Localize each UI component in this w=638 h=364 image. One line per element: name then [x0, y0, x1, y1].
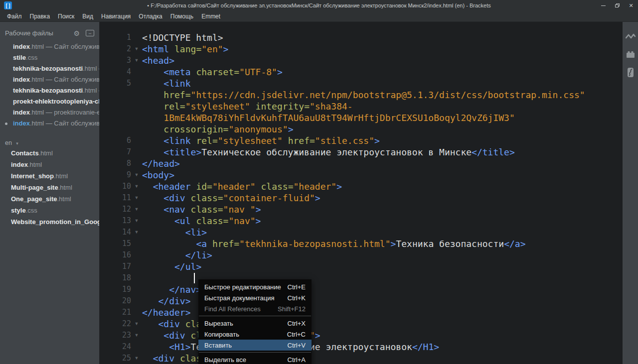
code-line[interactable]: <meta charset="UTF-8">	[142, 66, 623, 78]
split-view-icon[interactable]: ↔	[86, 30, 94, 36]
fold-arrow-icon[interactable]: ▼	[131, 204, 142, 215]
fold-arrow-icon[interactable]: ▼	[131, 215, 142, 227]
code-line[interactable]: <link	[142, 78, 623, 89]
code-line[interactable]: <!DOCTYPE html>	[142, 32, 623, 43]
context-menu-item[interactable]: ВставитьCtrl+V	[198, 340, 312, 351]
line-number: 12	[100, 204, 131, 215]
working-file-item[interactable]: stile.css	[0, 52, 99, 63]
menu-item[interactable]: Навигация	[97, 11, 135, 22]
menu-item[interactable]: Emmet	[197, 11, 224, 22]
project-file-item[interactable]: Website_promotion_in_Google.html	[0, 216, 99, 228]
fold-arrow-icon[interactable]: ▼	[131, 353, 142, 364]
file-extension: .html	[30, 109, 44, 116]
chevron-down-icon: ▾	[16, 141, 18, 146]
code-line[interactable]: <a href="tekhnika-bezopasnosti.html">Тех…	[142, 238, 623, 249]
line-number	[100, 112, 131, 123]
code-editor[interactable]: 1<!DOCTYPE html>2▼<html lang="en">3▼<hea…	[100, 22, 623, 364]
menu-item[interactable]: Помощь	[166, 11, 197, 22]
context-menu-item[interactable]: ВырезатьCtrl+X	[198, 318, 312, 329]
code-row: 1<!DOCTYPE html>	[100, 32, 623, 43]
file-name: tekhnika-bezopasnosti	[13, 87, 83, 94]
live-preview-icon[interactable]	[625, 31, 636, 42]
extension-manager-icon[interactable]	[625, 49, 636, 60]
project-file-item[interactable]: Multi-page_site.html	[0, 182, 99, 193]
code-token: Техника безопасности	[396, 239, 504, 249]
code-line[interactable]: rel="stylesheet" integrity="sha384-	[142, 101, 623, 112]
project-file-item[interactable]: Internet_shop.html	[0, 170, 99, 182]
fold-arrow-icon[interactable]: ▼	[131, 227, 142, 238]
fold-arrow-icon[interactable]: ▼	[131, 43, 142, 55]
context-menu-item[interactable]: КопироватьCtrl+C	[198, 329, 312, 340]
code-line[interactable]: <body>	[142, 169, 623, 181]
fold-arrow-icon[interactable]: ▼	[131, 330, 142, 341]
code-line[interactable]: <nav class="nav ">	[142, 204, 623, 215]
working-file-item[interactable]: tekhnika-bezopasnosti.html — Сайт	[0, 85, 99, 96]
menu-item[interactable]: Поиск	[54, 11, 78, 22]
working-files-header: Рабочие файлы ⚙ ↔	[0, 22, 99, 41]
context-menu-item[interactable]: Быстрая документацияCtrl+K	[198, 292, 312, 303]
code-line[interactable]: <div class="container-fluid">	[142, 192, 623, 204]
code-line[interactable]: </head>	[142, 158, 623, 169]
code-token: lang=	[174, 44, 201, 54]
fold-arrow-icon[interactable]: ▼	[131, 169, 142, 181]
code-token: >	[277, 67, 283, 77]
working-file-item[interactable]: proekt-ehlektrootopleniya-chastnogo-doma…	[0, 96, 99, 107]
code-line[interactable]: <title>Техническое обслуживание электроу…	[142, 146, 623, 158]
code-line[interactable]: crossorigin="anonymous">	[142, 123, 623, 135]
context-menu-item[interactable]: Быстрое редактированиеCtrl+E	[198, 281, 312, 292]
restore-button[interactable]	[610, 0, 624, 11]
fold-arrow-icon[interactable]: ▼	[131, 192, 142, 204]
fold-arrow-icon[interactable]: ▼	[131, 55, 142, 66]
extension-plugin-icon[interactable]	[625, 67, 636, 78]
code-token: <title>	[163, 147, 201, 157]
fold-arrow-icon[interactable]: ▼	[131, 181, 142, 192]
code-line[interactable]: <li>	[142, 227, 623, 238]
close-button[interactable]: ✕	[624, 0, 638, 11]
menu-item[interactable]: Правка	[26, 11, 54, 22]
code-token: <header	[153, 181, 191, 192]
minimize-button[interactable]	[596, 0, 610, 11]
minimize-icon	[601, 5, 606, 6]
fold-arrow-icon	[131, 158, 142, 169]
code-token	[174, 353, 180, 364]
context-menu-item[interactable]: Выделить всеCtrl+A	[198, 354, 312, 364]
code-line[interactable]: <head>	[142, 55, 623, 66]
working-file-item[interactable]: tekhnika-bezopasnosti.html — Сайт	[0, 63, 99, 74]
project-file-item[interactable]: One_page_site.html	[0, 193, 99, 205]
line-number: 11	[100, 192, 131, 204]
line-number: 23	[100, 330, 131, 341]
project-file-item[interactable]: index.html	[0, 159, 99, 170]
code-line[interactable]: </ul>	[142, 261, 623, 272]
code-line[interactable]: </li>	[142, 249, 623, 261]
code-line[interactable]: <ul class="nav">	[142, 215, 623, 227]
code-line[interactable]: <header id="header" class="header">	[142, 181, 623, 192]
project-header[interactable]: en ▾	[0, 137, 99, 147]
code-token: "tekhnika-bezopasnosti.html"	[239, 239, 390, 249]
code-token	[191, 135, 196, 146]
working-file-item[interactable]: index.html — Сайт обслуживание	[0, 41, 99, 52]
code-line[interactable]: <link rel="stylesheet" href="stile.css">	[142, 135, 623, 146]
working-file-item[interactable]: index.html — proektirovanie-elektriki	[0, 107, 99, 118]
working-file-item[interactable]: index.html — Сайт обслуживание	[0, 118, 99, 129]
window-controls: ✕	[596, 0, 638, 11]
code-line[interactable]: href="https://cdn.jsdelivr.net/npm/boots…	[142, 89, 623, 101]
menu-item[interactable]: Вид	[78, 11, 97, 22]
window-title: • F:/Разработка сайтов/Сайт обслуживание…	[0, 2, 638, 8]
fold-arrow-icon	[131, 66, 142, 78]
file-extension: .css	[26, 54, 37, 61]
sidebar: Рабочие файлы ⚙ ↔ index.html — Сайт обсл…	[0, 22, 100, 364]
project-file-item[interactable]: style.css	[0, 205, 99, 216]
code-line[interactable]: <html lang="en">	[142, 43, 623, 55]
working-file-item[interactable]: index.html — Сайт обслуживание	[0, 74, 99, 85]
menu-item[interactable]: Отладка	[135, 11, 166, 22]
project-file-item[interactable]: Contacts.html	[0, 147, 99, 159]
code-token	[142, 78, 163, 89]
code-token: "nav "	[223, 204, 256, 215]
gear-icon[interactable]: ⚙	[73, 30, 80, 37]
context-menu-item-label: Выделить все	[204, 356, 288, 364]
code-line[interactable]: 1BmE4kWBq78iYhFldvKuhfTAU6auU8tT94WrHftj…	[142, 112, 623, 123]
code-token: >	[256, 216, 261, 226]
fold-arrow-icon[interactable]: ▼	[131, 318, 142, 330]
menu-item[interactable]: Файл	[3, 11, 26, 22]
file-extension: .html	[30, 43, 44, 50]
